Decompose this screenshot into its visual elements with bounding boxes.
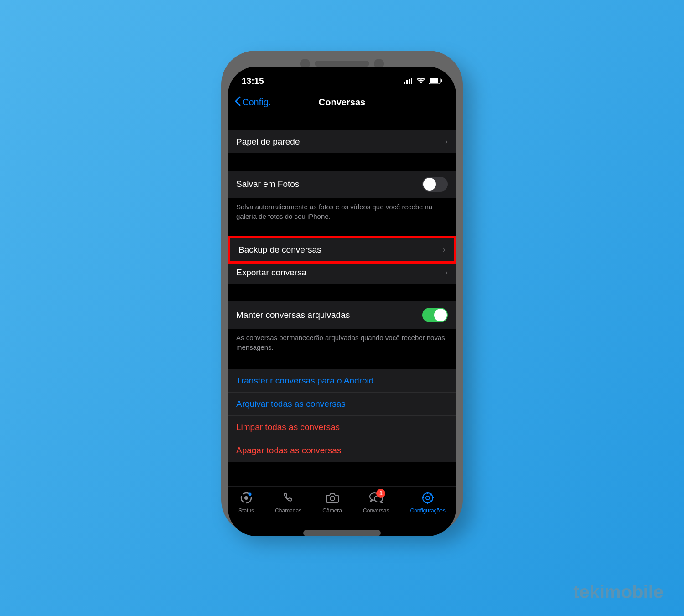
svg-rect-6 bbox=[441, 79, 442, 82]
battery-icon bbox=[429, 76, 442, 86]
home-indicator bbox=[303, 530, 381, 536]
svg-point-10 bbox=[330, 496, 335, 501]
archive-all-row[interactable]: Arquivar todas as conversas bbox=[228, 393, 456, 416]
keep-archived-footer: As conversas permanecerão arquivadas qua… bbox=[228, 329, 456, 352]
tab-bar: Status Chamadas Câmera 1 Conversas bbox=[228, 486, 456, 527]
tab-status[interactable]: Status bbox=[238, 490, 254, 514]
status-time: 13:15 bbox=[242, 76, 264, 86]
backup-chats-row[interactable]: Backup de conversas › bbox=[228, 236, 456, 264]
phone-frame: 13:15 Config. Conversas bbox=[221, 51, 463, 534]
tab-chats-label: Conversas bbox=[363, 507, 389, 514]
wallpaper-row[interactable]: Papel de parede › bbox=[228, 130, 456, 153]
gear-icon bbox=[420, 490, 435, 506]
svg-rect-3 bbox=[411, 78, 412, 84]
transfer-android-row[interactable]: Transferir conversas para o Android bbox=[228, 369, 456, 393]
delete-all-label: Apagar todas as conversas bbox=[236, 445, 341, 456]
tab-status-label: Status bbox=[238, 507, 254, 514]
chevron-right-icon: › bbox=[443, 245, 446, 254]
chevron-right-icon: › bbox=[445, 137, 448, 146]
svg-point-9 bbox=[249, 492, 252, 496]
tab-camera[interactable]: Câmera bbox=[322, 490, 342, 514]
export-chat-row[interactable]: Exportar conversa › bbox=[228, 261, 456, 284]
watermark: tekimobile bbox=[573, 582, 663, 602]
chevron-right-icon: › bbox=[445, 268, 448, 277]
svg-rect-5 bbox=[430, 78, 438, 83]
tab-calls[interactable]: Chamadas bbox=[275, 490, 301, 514]
back-label: Config. bbox=[242, 97, 271, 108]
tab-chats[interactable]: 1 Conversas bbox=[363, 490, 389, 514]
phone-icon bbox=[280, 490, 296, 506]
save-photos-footer: Salva automaticamente as fotos e os víde… bbox=[228, 198, 456, 221]
save-photos-row[interactable]: Salvar em Fotos bbox=[228, 171, 456, 198]
navigation-header: Config. Conversas bbox=[228, 92, 456, 117]
tab-settings-label: Configurações bbox=[410, 507, 446, 514]
svg-rect-1 bbox=[406, 80, 408, 84]
clear-all-row[interactable]: Limpar todas as conversas bbox=[228, 416, 456, 439]
tab-camera-label: Câmera bbox=[322, 507, 342, 514]
wifi-icon bbox=[416, 76, 425, 86]
archive-all-label: Arquivar todas as conversas bbox=[236, 399, 346, 409]
tab-calls-label: Chamadas bbox=[275, 507, 301, 514]
chevron-left-icon bbox=[234, 96, 241, 109]
transfer-android-label: Transferir conversas para o Android bbox=[236, 376, 373, 386]
clear-all-label: Limpar todas as conversas bbox=[236, 422, 340, 432]
save-photos-toggle[interactable] bbox=[422, 177, 448, 192]
page-title: Conversas bbox=[319, 97, 365, 108]
svg-rect-2 bbox=[409, 79, 410, 84]
status-icon bbox=[238, 490, 254, 506]
chats-badge: 1 bbox=[376, 489, 385, 498]
keep-archived-toggle[interactable] bbox=[422, 308, 448, 322]
svg-rect-0 bbox=[404, 82, 405, 84]
signal-icon bbox=[404, 76, 413, 86]
camera-icon bbox=[325, 490, 340, 506]
export-chat-label: Exportar conversa bbox=[236, 268, 306, 278]
status-bar: 13:15 bbox=[228, 71, 456, 92]
keep-archived-label: Manter conversas arquivadas bbox=[236, 310, 350, 320]
save-photos-label: Salvar em Fotos bbox=[236, 179, 299, 189]
svg-point-8 bbox=[244, 496, 248, 500]
keep-archived-row[interactable]: Manter conversas arquivadas bbox=[228, 301, 456, 329]
backup-chats-label: Backup de conversas bbox=[238, 245, 321, 255]
svg-point-14 bbox=[426, 496, 430, 500]
settings-content[interactable]: Papel de parede › Salvar em Fotos Salva … bbox=[228, 117, 456, 486]
wallpaper-label: Papel de parede bbox=[236, 137, 300, 147]
delete-all-row[interactable]: Apagar todas as conversas bbox=[228, 439, 456, 462]
tab-settings[interactable]: Configurações bbox=[410, 490, 446, 514]
back-button[interactable]: Config. bbox=[234, 96, 271, 109]
phone-screen: 13:15 Config. Conversas bbox=[228, 67, 456, 536]
